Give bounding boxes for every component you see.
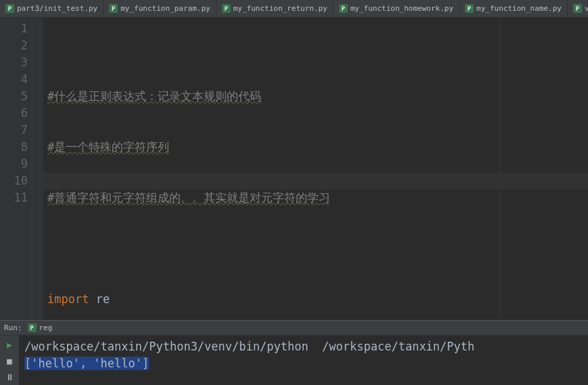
console-output[interactable]: /workspace/tanxin/Python3/venv/bin/pytho… xyxy=(19,336,588,385)
python-file-icon: P xyxy=(109,4,118,13)
comment-text: #是一个特殊的字符序列 xyxy=(47,140,169,154)
python-file-icon: P xyxy=(339,4,348,13)
tab-init-test[interactable]: Ppart3/init_test.py xyxy=(0,0,104,17)
python-file-icon: P xyxy=(465,4,474,13)
console-line-selected: ['hello', 'hello'] xyxy=(24,357,149,370)
comment-text: #普通字符和元字符组成的。。其实就是对元字符的学习 xyxy=(47,191,330,204)
run-body: ▶ ■ ⏸ /workspace/tanxin/Python3/venv/bin… xyxy=(0,336,588,385)
line-number: 9 xyxy=(0,156,28,173)
line-number: 6 xyxy=(0,105,28,122)
tab-my-function-name[interactable]: Pmy_function_name.py xyxy=(459,0,568,17)
module-name: re xyxy=(89,292,110,306)
keyword: import xyxy=(47,292,89,306)
tab-variable-action[interactable]: Pvariable_action.py xyxy=(568,0,588,17)
line-number-gutter: 1 2 3 4 5 6 7 8 9 10 11 xyxy=(0,18,32,320)
fold-gutter xyxy=(32,18,43,320)
tab-label: my_function_param.py xyxy=(120,4,210,13)
tab-my-function-param[interactable]: Pmy_function_param.py xyxy=(104,0,216,17)
comment-text: #什么是正则表达式：记录文本规则的代码 xyxy=(47,89,261,103)
run-label: Run: xyxy=(4,323,22,332)
run-header: Run: P reg xyxy=(0,321,588,336)
editor-area: 1 2 3 4 5 6 7 8 9 10 11 #什么是正则表达式：记录文本规则… xyxy=(0,18,588,320)
tab-label: my_function_return.py xyxy=(233,4,327,13)
rerun-button[interactable]: ▶ xyxy=(3,338,16,350)
current-line-highlight xyxy=(43,173,588,189)
right-margin-guide xyxy=(499,18,500,320)
code-editor[interactable]: #什么是正则表达式：记录文本规则的代码 #是一个特殊的字符序列 #普通字符和元字… xyxy=(43,18,588,320)
tab-label: my_function_name.py xyxy=(476,4,562,13)
python-file-icon: P xyxy=(573,4,582,13)
run-tool-window: Run: P reg ▶ ■ ⏸ /workspace/tanxin/Pytho… xyxy=(0,320,588,385)
line-number: 1 xyxy=(0,20,28,37)
run-config-name: reg xyxy=(39,323,53,332)
tab-my-function-homework[interactable]: Pmy_function_homework.py xyxy=(334,0,459,17)
run-toolbar: ▶ ■ ⏸ xyxy=(0,336,19,385)
console-line: /workspace/tanxin/Python3/venv/bin/pytho… xyxy=(24,340,474,353)
line-number: 8 xyxy=(0,139,28,156)
line-number: 10 xyxy=(0,173,28,189)
pause-button[interactable]: ⏸ xyxy=(3,371,16,383)
line-number: 11 xyxy=(0,189,28,206)
tab-label: part3/init_test.py xyxy=(17,4,97,13)
tab-my-function-return[interactable]: Pmy_function_return.py xyxy=(217,0,334,17)
line-number: 3 xyxy=(0,54,28,71)
tab-label: my_function_homework.py xyxy=(350,4,453,13)
stop-button[interactable]: ■ xyxy=(3,355,16,367)
python-file-icon: P xyxy=(5,4,14,13)
python-file-icon: P xyxy=(28,323,37,332)
line-number: 4 xyxy=(0,71,28,88)
tab-bar: Ppart3/init_test.py Pmy_function_param.p… xyxy=(0,0,588,18)
python-file-icon: P xyxy=(222,4,231,13)
line-number: 5 xyxy=(0,88,28,105)
tab-label: variable_action.py xyxy=(585,4,588,13)
line-number: 7 xyxy=(0,122,28,139)
line-number: 2 xyxy=(0,37,28,54)
